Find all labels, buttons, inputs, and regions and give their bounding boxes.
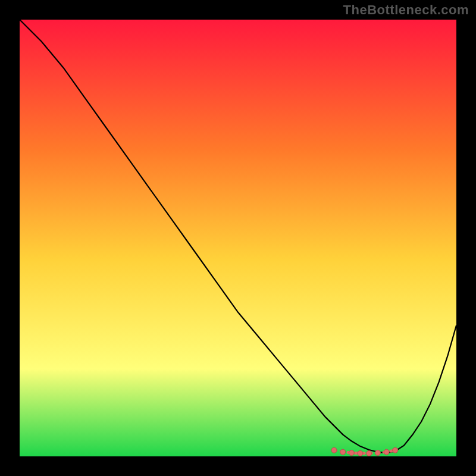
optimal-marker <box>349 450 354 456</box>
optimal-marker <box>375 450 380 456</box>
chart-frame: TheBottleneck.com <box>0 0 476 476</box>
bottleneck-chart-svg <box>20 20 456 456</box>
optimal-marker <box>340 449 346 455</box>
optimal-marker <box>393 447 398 453</box>
optimal-marker <box>358 450 363 456</box>
watermark-text: TheBottleneck.com <box>343 2 469 18</box>
optimal-marker <box>331 447 337 453</box>
plot-area <box>20 20 456 456</box>
gradient-background <box>20 20 456 456</box>
optimal-marker <box>367 450 372 456</box>
optimal-marker <box>384 449 389 455</box>
